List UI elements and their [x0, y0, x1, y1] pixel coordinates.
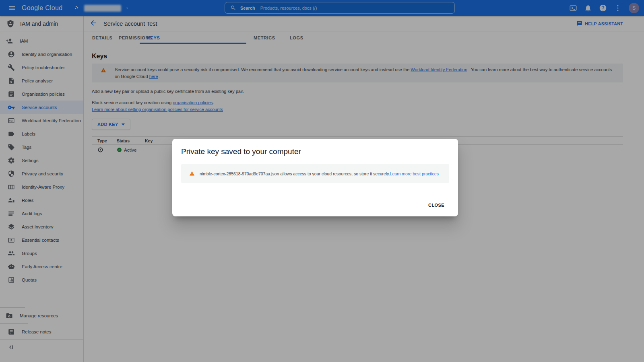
close-button[interactable]: CLOSE [425, 200, 448, 210]
dialog-warning-box: nimble-cortex-285618-970ad3e707aa.json a… [181, 164, 449, 183]
dialog-title: Private key saved to your computer [181, 147, 449, 156]
warning-triangle-icon [189, 171, 195, 176]
best-practices-link[interactable]: Learn more best practices [390, 171, 439, 176]
private-key-saved-dialog: Private key saved to your computer nimbl… [172, 139, 458, 216]
dialog-warning-text: nimble-cortex-285618-970ad3e707aa.json a… [200, 171, 439, 176]
